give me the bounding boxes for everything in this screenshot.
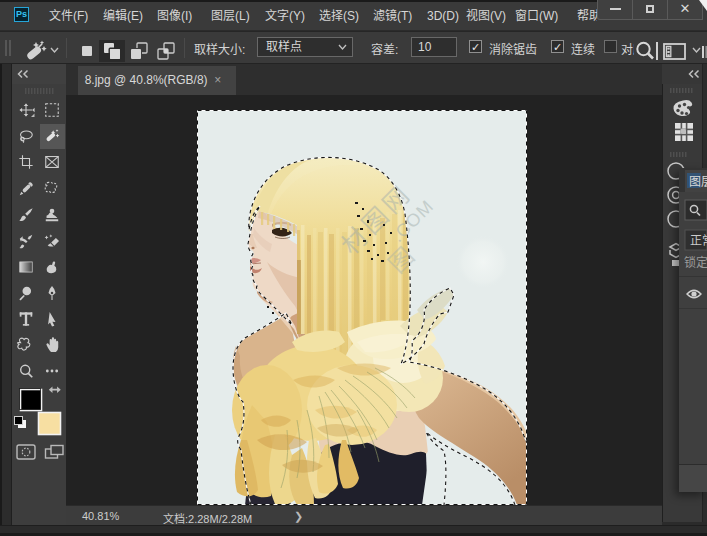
svg-text:正常: 正常: [690, 234, 707, 248]
svg-text:图层: 图层: [689, 175, 707, 189]
svg-text:锁定: 锁定: [684, 255, 707, 270]
